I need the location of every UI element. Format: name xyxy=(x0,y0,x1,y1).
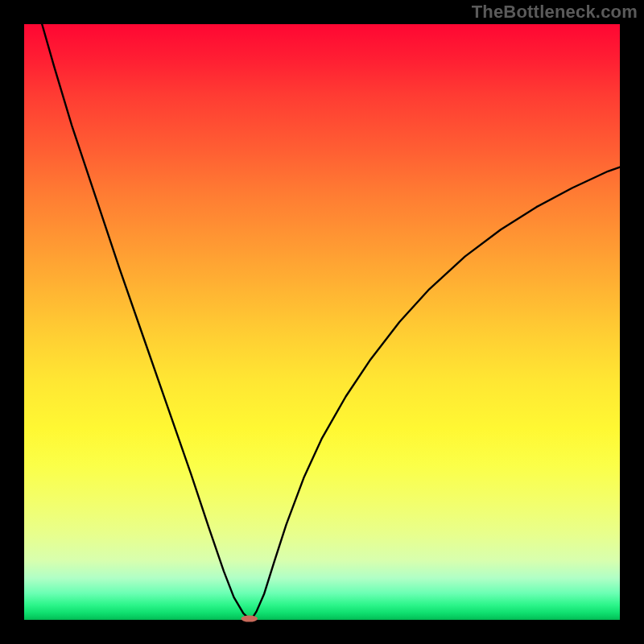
plot-area xyxy=(24,24,620,620)
curve-svg xyxy=(24,24,620,620)
bottleneck-curve-path xyxy=(42,24,620,620)
chart-frame: TheBottleneck.com xyxy=(0,0,644,644)
watermark-text: TheBottleneck.com xyxy=(472,2,638,23)
min-marker xyxy=(241,615,258,621)
